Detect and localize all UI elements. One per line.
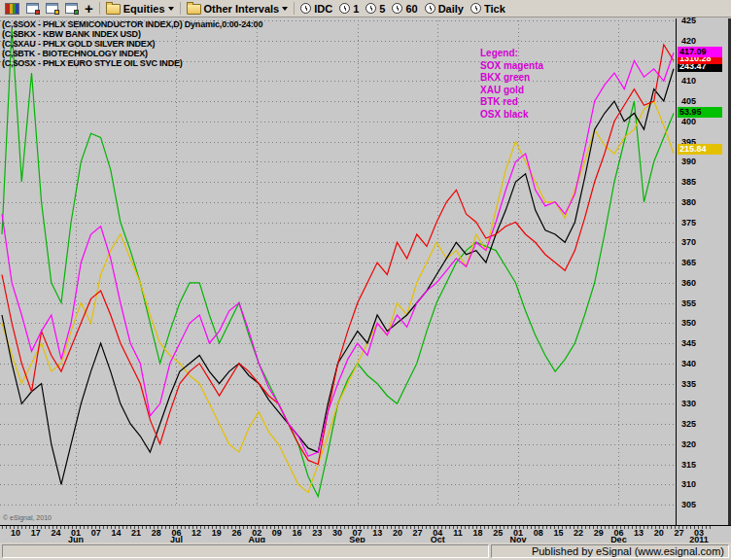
y-axis-label: 370 xyxy=(681,237,696,247)
toolbar-separator xyxy=(294,2,295,15)
chart-window-button-2[interactable] xyxy=(43,1,61,17)
x-tick-label: 21 xyxy=(126,529,146,537)
folder-icon xyxy=(106,4,121,15)
clock-icon xyxy=(425,3,435,14)
clock-icon xyxy=(366,3,376,14)
x-tick-label: 17 xyxy=(26,529,46,537)
plot-area[interactable]: (C,$SOX - PHLX SEMICONDUCTOR INDEX,D) Dy… xyxy=(0,18,676,525)
x-tick-label: 10 xyxy=(6,529,25,537)
window-chart-icon xyxy=(26,3,39,14)
chart-window-button-3[interactable] xyxy=(62,1,81,17)
symbol-title-xau: (C,$XAU - PHLX GOLD SILVER INDEX) xyxy=(2,39,262,49)
interval-label: Tick xyxy=(484,3,505,15)
equities-dropdown[interactable]: Equities xyxy=(103,1,177,17)
y-axis-label: 405 xyxy=(681,96,696,106)
symbol-title-btk: (C,$BTK - BIOTECHNOLOGY INDEX) xyxy=(2,49,262,58)
window-corner-yellow-icon xyxy=(54,10,59,15)
symbol-title-sox: (C,$SOX - PHLX SEMICONDUCTOR INDEX,D) Dy… xyxy=(2,19,262,29)
dropdown-caret-icon xyxy=(168,7,174,14)
y-axis-label: 385 xyxy=(681,177,696,187)
interval-button-tick[interactable]: Tick xyxy=(468,1,508,17)
chart-window-button-1[interactable] xyxy=(23,1,42,17)
y-axis-label: 315 xyxy=(681,460,696,470)
x-tick-label: 20 xyxy=(649,529,669,537)
x-tick-label: 22 xyxy=(569,529,588,537)
symbol-title-osx: (C,$OSX - PHLX EURO STYLE OIL SVC INDE) xyxy=(2,58,262,68)
y-axis-label: 400 xyxy=(681,117,696,126)
interval-button-1[interactable]: 1 xyxy=(336,1,362,17)
x-tick-label: 23 xyxy=(307,529,327,537)
price-badge-xau: 215.84 xyxy=(678,144,722,155)
x-tick-label: 14 xyxy=(106,529,125,537)
y-axis-label: 425 xyxy=(681,16,696,25)
toolbar-separator xyxy=(99,2,100,15)
window-edit-icon xyxy=(46,3,58,14)
interval-button-60[interactable]: 60 xyxy=(389,1,420,17)
legend-title: Legend: xyxy=(480,48,543,60)
series-layer xyxy=(0,18,676,525)
interval-label: Daily xyxy=(438,3,464,15)
status-cell-empty xyxy=(2,544,489,558)
series-line-bkx xyxy=(2,28,674,496)
window-corner-green-icon xyxy=(74,10,79,15)
interval-button-5[interactable]: 5 xyxy=(363,1,388,17)
y-axis-label: 375 xyxy=(681,218,696,228)
symbol-title-bkx: (C,$BKX - KBW BANK INDEX USD) xyxy=(2,29,262,39)
symbol-overlay-titles: (C,$SOX - PHLX SEMICONDUCTOR INDEX,D) Dy… xyxy=(2,19,262,68)
dropdown-caret-icon xyxy=(282,7,288,14)
legend-entry-xau: XAU gold xyxy=(480,85,543,97)
clock-icon xyxy=(300,3,311,14)
time-axis[interactable]: 1017240107142128061219260209162330071320… xyxy=(0,525,731,542)
series-line-osx xyxy=(2,69,674,485)
clock-icon xyxy=(470,3,481,14)
y-axis-label: 325 xyxy=(681,419,696,429)
window-new-icon xyxy=(65,3,78,14)
status-bar: Published by eSignal (www.esignal.com) xyxy=(0,542,731,560)
plus-icon: + xyxy=(85,3,93,14)
esignal-window: + Equities Other Intervals IDC 1 5 60 Da… xyxy=(0,0,731,560)
folder-icon xyxy=(187,4,201,15)
y-axis-label: 360 xyxy=(681,278,696,288)
legend-entry-osx: OSX black xyxy=(480,109,543,122)
y-axis-label: 305 xyxy=(681,500,696,509)
y-axis-label: 335 xyxy=(681,379,696,389)
y-axis-label: 410 xyxy=(681,76,696,86)
interval-button-daily[interactable]: Daily xyxy=(422,1,467,17)
y-axis-label: 330 xyxy=(681,399,696,408)
legend-entry-bkx: BKX green xyxy=(480,72,543,85)
esignal-logo-button[interactable] xyxy=(2,1,22,17)
published-label: Published by eSignal (www.esignal.com) xyxy=(532,545,724,557)
legend: Legend: SOX magenta BKX green XAU gold B… xyxy=(480,48,543,121)
interval-label: 1 xyxy=(353,3,359,15)
y-axis-label: 320 xyxy=(681,439,696,449)
y-axis-label: 420 xyxy=(681,36,696,46)
interval-button-idc[interactable]: IDC xyxy=(297,1,335,17)
y-axis-label: 355 xyxy=(681,298,696,308)
interval-label: 60 xyxy=(405,3,417,15)
esignal-logo-icon xyxy=(5,3,19,15)
price-axis[interactable]: 4254204154104054003953903853803753703653… xyxy=(676,18,731,525)
chart-region: (C,$SOX - PHLX SEMICONDUCTOR INDEX,D) Dy… xyxy=(0,18,731,525)
status-cell-published: Published by eSignal (www.esignal.com) xyxy=(491,544,729,558)
other-intervals-label: Other Intervals xyxy=(204,3,280,15)
add-symbol-button[interactable]: + xyxy=(82,1,96,17)
toolbar: + Equities Other Intervals IDC 1 5 60 Da… xyxy=(0,0,731,18)
interval-label: IDC xyxy=(314,3,332,15)
price-badge-bkx: 53.95 xyxy=(678,107,722,118)
y-axis-label: 380 xyxy=(681,197,696,207)
window-corner-red-icon xyxy=(35,10,40,15)
clock-icon xyxy=(392,3,402,14)
price-badge-sox: 417.09 xyxy=(678,47,722,57)
y-axis-label: 390 xyxy=(681,157,696,166)
x-tick-label: 19 xyxy=(207,529,226,537)
toolbar-separator xyxy=(180,2,181,15)
legend-entry-sox: SOX magenta xyxy=(480,60,543,73)
other-intervals-dropdown[interactable]: Other Intervals xyxy=(184,1,292,17)
equities-label: Equities xyxy=(123,3,165,15)
series-line-btk xyxy=(2,45,674,465)
x-tick-label: 15 xyxy=(548,529,568,537)
y-axis-label: 350 xyxy=(681,318,696,328)
x-tick-label: 18 xyxy=(469,529,488,537)
chart-copyright: © eSignal, 2010 xyxy=(3,514,52,521)
y-axis-label: 345 xyxy=(681,338,696,348)
